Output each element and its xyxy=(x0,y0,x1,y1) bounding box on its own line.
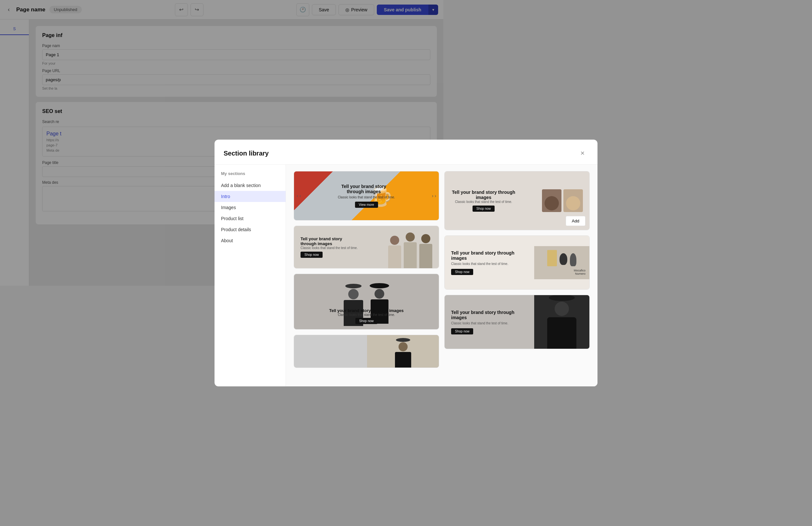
modal-templates-content: Tell your brand story through images Cla… xyxy=(286,165,443,286)
modal-title: Section library xyxy=(223,150,269,157)
scene-figures xyxy=(294,274,439,286)
modal-sidebar: My sections Add a blank section Intro Im… xyxy=(215,165,286,286)
modal-overlay[interactable]: Section library × My sections Add a blan… xyxy=(0,0,443,286)
figure-2 xyxy=(369,283,389,286)
template-preview-3: Tell your brand story through images Cla… xyxy=(294,274,439,286)
nav-item-images[interactable]: Images xyxy=(215,202,286,213)
carousel-arrows-left: ‹ ‹ xyxy=(296,193,301,198)
template-left-column: Tell your brand story through images Cla… xyxy=(294,171,439,286)
template-1-title: Tell your brand story through images xyxy=(338,184,390,194)
template-card-2[interactable]: Tell your brand story through images Cla… xyxy=(294,226,439,269)
nav-item-product-list[interactable]: Product list xyxy=(215,213,286,224)
nav-item-about[interactable]: About xyxy=(215,235,286,246)
template-preview-1: Tell your brand story through images Cla… xyxy=(294,171,439,220)
template-1-cta[interactable]: View more xyxy=(355,202,378,208)
template-2-subtitle: Classic looks that stand the test of tim… xyxy=(301,246,359,250)
person-2 xyxy=(404,232,417,268)
people-figures xyxy=(388,226,432,268)
template-grid: Tell your brand story through images Cla… xyxy=(294,171,443,286)
template-2-title: Tell your brand story through images xyxy=(301,236,359,246)
template-2-text: Tell your brand story through images Cla… xyxy=(301,236,359,258)
template-1-text: Tell your brand story through images Cla… xyxy=(338,184,395,208)
nav-item-intro[interactable]: Intro xyxy=(215,191,286,202)
person-3 xyxy=(419,234,432,268)
template-1-subtitle: Classic looks that stand the test of tim… xyxy=(338,196,395,199)
modal-body: My sections Add a blank section Intro Im… xyxy=(215,165,443,286)
figure-1 xyxy=(344,284,363,286)
my-sections-label: My sections xyxy=(215,170,286,180)
modal-header: Section library × xyxy=(215,140,443,165)
carousel-arrows-right: › › xyxy=(432,193,436,198)
add-blank-section-button[interactable]: Add a blank section xyxy=(215,180,286,191)
template-card-3[interactable]: Tell your brand story through images Cla… xyxy=(294,274,439,286)
person-1 xyxy=(388,236,401,268)
nav-item-product-details[interactable]: Product details xyxy=(215,224,286,235)
template-preview-2: Tell your brand story through images Cla… xyxy=(294,226,439,268)
template-card-1[interactable]: Tell your brand story through images Cla… xyxy=(294,171,439,221)
template-2-cta[interactable]: Shop now xyxy=(301,252,323,258)
section-library-modal: Section library × My sections Add a blan… xyxy=(215,140,443,286)
